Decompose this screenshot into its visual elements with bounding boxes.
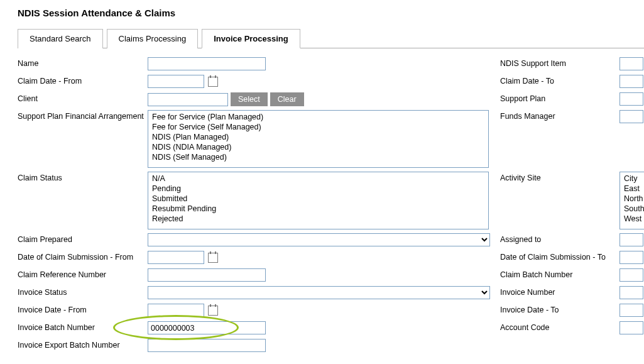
invoice-status-select[interactable] bbox=[148, 286, 490, 299]
activity-site-option[interactable]: South bbox=[621, 204, 644, 214]
label-invoice-status: Invoice Status bbox=[18, 286, 148, 297]
invoice-number-input[interactable] bbox=[619, 286, 643, 299]
label-claim-date-from: Claim Date - From bbox=[18, 75, 148, 85]
activity-site-option[interactable]: City bbox=[621, 174, 644, 184]
spfa-option[interactable]: NDIS (Self Managed) bbox=[150, 152, 487, 162]
invoice-date-to-input[interactable] bbox=[619, 304, 643, 317]
label-date-submission-from: Date of Claim Submission - From bbox=[18, 251, 148, 262]
tab-claims-processing[interactable]: Claims Processing bbox=[107, 29, 199, 48]
tabs: Standard Search Claims Processing Invoic… bbox=[18, 28, 644, 48]
assigned-to-input[interactable] bbox=[619, 233, 643, 246]
account-code-input[interactable] bbox=[619, 321, 643, 334]
claim-status-multiselect[interactable]: N/A Pending Submitted Resubmit Pending R… bbox=[148, 172, 489, 229]
spfa-option[interactable]: NDIS (NDIA Managed) bbox=[150, 142, 487, 152]
claim-ref-number-input[interactable] bbox=[148, 268, 266, 282]
claim-status-option[interactable]: Rejected bbox=[150, 214, 487, 224]
label-date-submission-to: Date of Claim Submission - To bbox=[500, 251, 619, 262]
calendar-icon[interactable] bbox=[208, 253, 218, 263]
activity-site-option[interactable]: West bbox=[621, 214, 644, 224]
name-input[interactable] bbox=[148, 57, 266, 70]
label-activity-site: Activity Site bbox=[500, 172, 619, 182]
label-name: Name bbox=[18, 57, 148, 68]
spfa-option[interactable]: NDIS (Plan Managed) bbox=[150, 132, 487, 142]
label-claim-batch-number: Claim Batch Number bbox=[500, 268, 619, 279]
label-ndis-support-item: NDIS Support Item bbox=[500, 57, 619, 68]
label-invoice-date-to: Invoice Date - To bbox=[500, 304, 619, 314]
invoice-date-from-input[interactable] bbox=[148, 304, 204, 317]
tab-invoice-processing[interactable]: Invoice Processing bbox=[202, 29, 300, 48]
activity-site-multiselect[interactable]: City East North South West bbox=[619, 172, 644, 229]
label-invoice-date-from: Invoice Date - From bbox=[18, 304, 148, 314]
funds-manager-input[interactable] bbox=[619, 110, 643, 123]
date-submission-to-input[interactable] bbox=[619, 251, 643, 264]
claim-prepared-select[interactable] bbox=[148, 233, 490, 246]
label-claim-date-to: Claim Date - To bbox=[500, 75, 619, 85]
claim-batch-number-input[interactable] bbox=[619, 268, 643, 282]
date-submission-from-input[interactable] bbox=[148, 251, 204, 264]
clear-button[interactable]: Clear bbox=[270, 92, 304, 106]
calendar-icon[interactable] bbox=[208, 306, 218, 316]
spfa-option[interactable]: Fee for Service (Self Managed) bbox=[150, 122, 487, 132]
ndis-support-item-input[interactable] bbox=[619, 57, 643, 70]
spfa-multiselect[interactable]: Fee for Service (Plan Managed) Fee for S… bbox=[148, 110, 489, 168]
claim-status-option[interactable]: N/A bbox=[150, 174, 487, 184]
label-account-code: Account Code bbox=[500, 321, 619, 332]
label-support-plan: Support Plan bbox=[500, 92, 619, 103]
calendar-icon[interactable] bbox=[208, 77, 218, 87]
activity-site-option[interactable]: East bbox=[621, 184, 644, 194]
label-invoice-batch-number: Invoice Batch Number bbox=[18, 321, 148, 332]
invoice-export-batch-number-input[interactable] bbox=[148, 339, 266, 352]
label-spfa: Support Plan Financial Arrangement bbox=[18, 110, 148, 121]
claim-status-option[interactable]: Resubmit Pending bbox=[150, 204, 487, 214]
invoice-batch-number-input[interactable] bbox=[148, 321, 266, 334]
spfa-option[interactable]: Fee for Service (Plan Managed) bbox=[150, 112, 487, 122]
tab-standard-search[interactable]: Standard Search bbox=[18, 29, 103, 48]
claim-date-to-input[interactable] bbox=[619, 75, 643, 88]
label-claim-ref-number: Claim Reference Number bbox=[18, 268, 148, 279]
claim-date-from-input[interactable] bbox=[148, 75, 204, 88]
page-title: NDIS Session Attendance & Claims bbox=[18, 8, 644, 18]
support-plan-input[interactable] bbox=[619, 92, 643, 106]
label-funds-manager: Funds Manager bbox=[500, 110, 619, 121]
label-invoice-number: Invoice Number bbox=[500, 286, 619, 297]
client-input[interactable] bbox=[148, 93, 228, 106]
claim-status-option[interactable]: Pending bbox=[150, 184, 487, 194]
label-invoice-export-batch-number: Invoice Export Batch Number bbox=[18, 339, 148, 350]
activity-site-option[interactable]: North bbox=[621, 194, 644, 204]
label-client: Client bbox=[18, 92, 148, 103]
select-button[interactable]: Select bbox=[231, 92, 268, 106]
form-area: Name NDIS Support Item Claim Date - From… bbox=[18, 57, 644, 353]
claim-status-option[interactable]: Submitted bbox=[150, 194, 487, 204]
label-claim-prepared: Claim Prepared bbox=[18, 233, 148, 244]
label-assigned-to: Assigned to bbox=[500, 233, 619, 244]
label-claim-status: Claim Status bbox=[18, 172, 148, 182]
